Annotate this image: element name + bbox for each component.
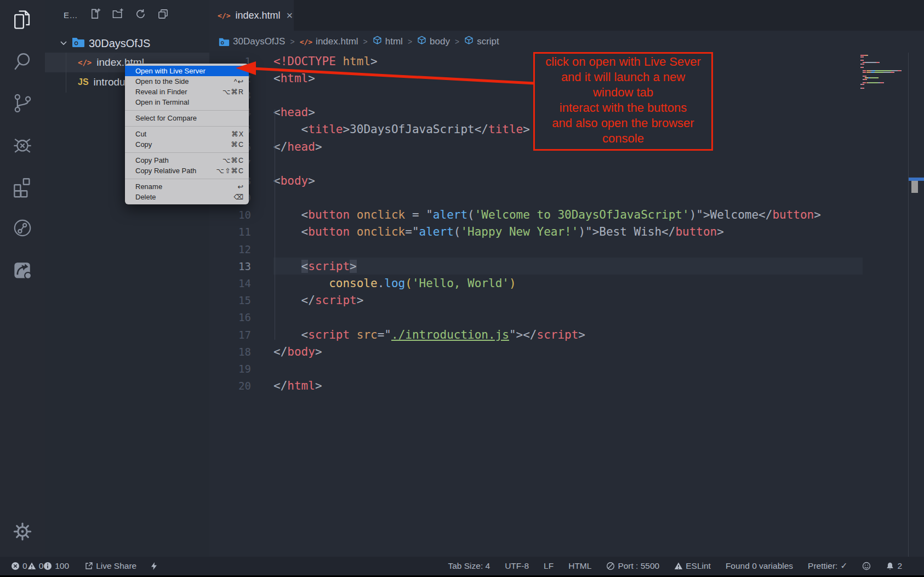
- lightning-icon[interactable]: [150, 562, 158, 570]
- code-line-19[interactable]: 19: [209, 360, 924, 377]
- menu-item-copy[interactable]: Copy⌘C: [125, 139, 249, 150]
- html-file-icon: </>: [78, 58, 92, 67]
- code-line-11[interactable]: 11 <button onclick="alert('Happy New Yea…: [209, 224, 924, 241]
- annotation-box: click on open with Live Sever and it wil…: [533, 52, 713, 151]
- line-content: <script>: [273, 258, 863, 275]
- code-line-16[interactable]: 16: [209, 309, 924, 326]
- html-file-icon: </>: [300, 38, 312, 46]
- scrollbar-thumb[interactable]: [911, 181, 918, 193]
- encoding-indicator[interactable]: UTF-8: [505, 561, 529, 571]
- indent-guide: [275, 110, 275, 340]
- status-bar: 0 0 100 Live Share Tab Size: 4 UTF-8 LF …: [0, 557, 924, 575]
- search-icon[interactable]: [10, 49, 35, 73]
- menu-item-copy-relative-path[interactable]: Copy Relative Path⌥⇧⌘C: [125, 165, 249, 176]
- code-line-13[interactable]: 13 <script>: [209, 258, 924, 275]
- smiley-icon: [862, 562, 871, 570]
- explorer-title: E…: [64, 10, 78, 20]
- refresh-icon[interactable]: [135, 8, 146, 22]
- tree-item-project[interactable]: 30DaysOfJS: [45, 35, 209, 53]
- minimap[interactable]: [860, 55, 908, 89]
- bell-icon: [886, 562, 894, 570]
- new-folder-icon[interactable]: [112, 8, 124, 22]
- menu-separator: [125, 152, 249, 153]
- chevron-right-icon: >: [454, 37, 460, 46]
- collapse-all-icon[interactable]: [157, 8, 169, 22]
- new-file-icon[interactable]: [90, 8, 101, 22]
- menu-shortcut: ↩: [238, 182, 244, 191]
- menu-item-rename[interactable]: Rename↩: [125, 181, 249, 192]
- symbol-cube-icon: [464, 36, 474, 48]
- menu-item-open-in-terminal[interactable]: Open in Terminal: [125, 97, 249, 107]
- explorer-icon[interactable]: [10, 8, 35, 32]
- menu-shortcut: ⌥⇧⌘C: [216, 167, 244, 175]
- warning-icon: [27, 562, 36, 570]
- breadcrumb-html[interactable]: html: [373, 36, 403, 48]
- eol-indicator[interactable]: LF: [544, 561, 554, 571]
- chevron-right-icon: >: [289, 37, 295, 46]
- code-line-17[interactable]: 17 <script src="./introduction.js"></scr…: [209, 326, 924, 343]
- menu-item-cut[interactable]: Cut⌘X: [125, 129, 249, 139]
- run-debug-icon[interactable]: [10, 133, 35, 157]
- feedback-smiley[interactable]: [862, 562, 871, 570]
- menu-shortcut: ⌘X: [231, 130, 244, 138]
- live-share-icon[interactable]: [10, 216, 35, 240]
- symbol-cube-icon: [417, 36, 426, 48]
- settings-gear-icon[interactable]: [10, 519, 35, 544]
- line-number: 11: [209, 224, 251, 241]
- menu-item-select-for-compare[interactable]: Select for Compare: [125, 113, 249, 123]
- close-icon[interactable]: ×: [287, 9, 293, 22]
- code-line-7[interactable]: 7: [209, 155, 924, 172]
- line-content: [273, 155, 863, 172]
- breadcrumb-file[interactable]: </> index.html: [300, 36, 358, 47]
- line-content: <button onclick="alert('Happy New Year!'…: [273, 224, 863, 241]
- tab-label: index.html: [235, 10, 280, 21]
- tree-indent-guide: [66, 53, 66, 93]
- line-content: [273, 190, 863, 207]
- port-indicator[interactable]: Port : 5500: [606, 561, 659, 571]
- code-line-18[interactable]: 18</body>: [209, 343, 924, 360]
- breadcrumb-script[interactable]: script: [464, 36, 499, 48]
- line-content: <body>: [273, 172, 863, 189]
- source-control-icon[interactable]: [10, 91, 35, 115]
- js-file-icon: JS: [78, 77, 89, 87]
- variables-indicator[interactable]: Found 0 variables: [726, 561, 793, 571]
- code-line-8[interactable]: 8<body>: [209, 172, 924, 189]
- menu-item-copy-path[interactable]: Copy Path⌥⌘C: [125, 155, 249, 165]
- live-share-button[interactable]: Live Share: [84, 561, 136, 571]
- breadcrumb-project[interactable]: 30DaysOfJS: [219, 36, 285, 47]
- prettier-indicator[interactable]: Prettier: ✓: [808, 561, 847, 571]
- code-line-12[interactable]: 12: [209, 241, 924, 258]
- code-line-15[interactable]: 15 </script>: [209, 292, 924, 309]
- breadcrumb: 30DaysOfJS > </> index.html > html > bod…: [209, 31, 924, 53]
- eslint-indicator[interactable]: ESLint: [674, 561, 711, 571]
- menu-separator: [125, 179, 249, 179]
- folder-icon: [72, 37, 85, 50]
- problems-errors[interactable]: 0: [11, 561, 27, 571]
- info-count[interactable]: 100: [43, 561, 69, 571]
- notifications-bell[interactable]: 2: [886, 561, 902, 571]
- activity-bar: [0, 0, 45, 557]
- code-line-14[interactable]: 14 console.log('Hello, World'): [209, 275, 924, 292]
- chevron-right-icon: >: [363, 37, 368, 46]
- code-line-10[interactable]: 10 <button onclick = "alert('Welcome to …: [209, 207, 924, 224]
- line-content: </script>: [273, 292, 863, 309]
- menu-item-delete[interactable]: Delete⌫: [125, 192, 249, 202]
- tab-index-html[interactable]: </> index.html ×: [209, 0, 294, 31]
- line-content: <script src="./introduction.js"></script…: [273, 326, 863, 343]
- extensions-icon[interactable]: [10, 174, 35, 198]
- line-content: [273, 241, 863, 258]
- code-line-9[interactable]: 9: [209, 190, 924, 207]
- share-feedback-icon[interactable]: [10, 258, 35, 282]
- menu-separator: [125, 126, 249, 127]
- line-content: <button onclick = "alert('Welcome to 30D…: [273, 207, 863, 224]
- line-number: 14: [209, 275, 251, 292]
- problems-warnings[interactable]: 0: [27, 561, 44, 571]
- html-file-icon: </>: [218, 12, 230, 20]
- tab-size-indicator[interactable]: Tab Size: 4: [448, 561, 490, 571]
- line-number: 20: [209, 378, 251, 395]
- code-line-20[interactable]: 20</html>: [209, 378, 924, 395]
- line-number: 16: [209, 309, 251, 326]
- language-indicator[interactable]: HTML: [568, 561, 591, 571]
- line-content: </body>: [273, 343, 863, 360]
- breadcrumb-body[interactable]: body: [417, 36, 450, 48]
